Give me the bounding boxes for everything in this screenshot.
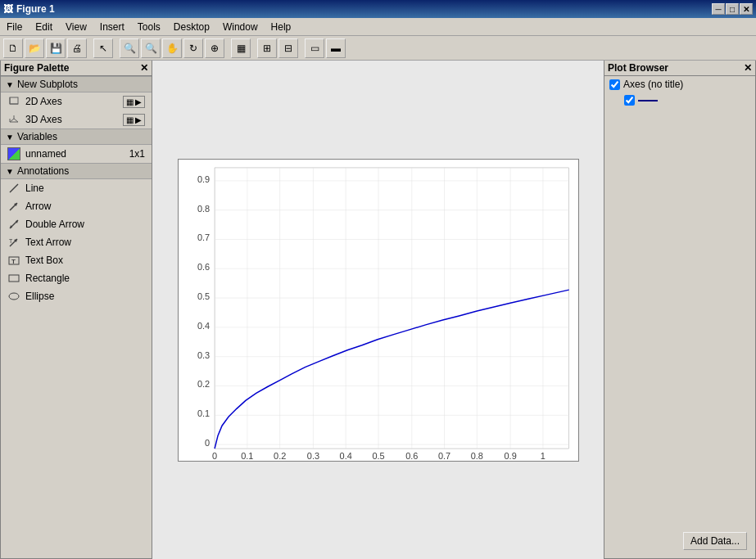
menu-insert[interactable]: Insert	[97, 20, 128, 34]
line-checkbox[interactable]	[624, 95, 635, 106]
line-icon	[7, 182, 20, 195]
variable-unnamed: unnamed 1x1	[1, 145, 152, 163]
text-arrow-item[interactable]: T Text Arrow	[1, 233, 152, 251]
2d-axes-item[interactable]: 2D Axes ▦ ▶	[1, 92, 152, 110]
svg-text:0.1: 0.1	[197, 408, 209, 418]
2d-axes-svg	[8, 96, 20, 107]
plot-browser-close-button[interactable]: ✕	[744, 62, 752, 74]
text-box-icon: T	[7, 254, 20, 267]
tight-layout-button[interactable]: ▭	[305, 38, 324, 58]
svg-text:0.5: 0.5	[197, 291, 209, 301]
arrow-annotation-icon	[7, 200, 20, 213]
new-figure-button[interactable]: 🗋	[3, 38, 23, 58]
titlebar-controls: ─ □ ✕	[712, 3, 753, 15]
svg-rect-41	[215, 167, 569, 448]
svg-text:0.7: 0.7	[197, 232, 209, 242]
ellipse-label: Ellipse	[25, 291, 54, 302]
arrow-label: Arrow	[25, 201, 51, 212]
plot-browser: Plot Browser ✕ Axes (no title) Add Data.…	[604, 61, 756, 559]
plot-canvas[interactable]: 0 0.1 0.2 0.3 0.4 0.5 0.6 0.7 0.8 0.9 0 …	[178, 159, 579, 462]
svg-text:T: T	[11, 258, 16, 265]
titlebar-left: 🖼 Figure 1	[3, 3, 55, 15]
2d-axes-grid-button[interactable]: ▦ ▶	[123, 96, 145, 108]
2d-axes-icon	[7, 95, 20, 108]
menu-view[interactable]: View	[62, 20, 90, 34]
svg-rect-17	[9, 275, 19, 282]
arrow-item[interactable]: Arrow	[1, 197, 152, 215]
svg-text:0.6: 0.6	[197, 262, 209, 272]
new-subplots-section[interactable]: ▼ New Subplots	[1, 76, 152, 92]
axes-checkbox[interactable]	[609, 79, 620, 90]
svg-line-6	[10, 184, 18, 192]
data-cursor-button[interactable]: ⊕	[205, 38, 224, 58]
annotations-section[interactable]: ▼ Annotations	[1, 163, 152, 179]
double-arrow-label: Double Arrow	[25, 219, 84, 230]
menu-edit[interactable]: Edit	[32, 20, 56, 34]
svg-point-18	[9, 293, 19, 300]
rectangle-item[interactable]: Rectangle	[1, 269, 152, 287]
new-subplots-label: New Subplots	[17, 79, 78, 90]
ellipse-item[interactable]: Ellipse	[1, 287, 152, 305]
menu-help[interactable]: Help	[268, 20, 295, 34]
palette-title: Figure Palette	[4, 62, 69, 74]
variables-section[interactable]: ▼ Variables	[1, 128, 152, 145]
rotate-button[interactable]: ↻	[183, 38, 203, 58]
add-data-button[interactable]: Add Data...	[683, 532, 747, 550]
svg-rect-0	[10, 97, 18, 104]
svg-text:0.8: 0.8	[470, 451, 482, 461]
variable-name: unnamed	[25, 148, 66, 160]
palette-header: Figure Palette ✕	[1, 61, 152, 76]
menu-file[interactable]: File	[3, 20, 25, 34]
palette-close-button[interactable]: ✕	[140, 62, 148, 74]
new-subplots-arrow-icon: ▼	[6, 80, 14, 89]
2d-axes-label: 2D Axes	[25, 96, 62, 107]
main-container: Figure Palette ✕ ▼ New Subplots	[0, 61, 756, 559]
print-button[interactable]: 🖨	[67, 38, 87, 58]
svg-text:0.3: 0.3	[197, 349, 209, 359]
svg-text:0.5: 0.5	[372, 451, 384, 461]
menu-desktop[interactable]: Desktop	[170, 20, 213, 34]
grid-button[interactable]: ⊞	[257, 38, 277, 58]
rectangle-icon	[7, 272, 20, 285]
svg-text:0.2: 0.2	[274, 451, 286, 461]
svg-text:0.6: 0.6	[405, 451, 418, 461]
svg-text:T: T	[9, 238, 13, 244]
insert-colorbar-button[interactable]: ▦	[231, 38, 251, 58]
3d-axes-label: 3D Axes	[25, 114, 62, 125]
subplot-button[interactable]: ⊟	[278, 38, 298, 58]
3d-axes-item[interactable]: 3D Axes ▦ ▶	[1, 110, 152, 128]
close-button[interactable]: ✕	[740, 3, 753, 15]
pan-button[interactable]: ✋	[162, 38, 182, 58]
zoom-out-button[interactable]: 🔍	[141, 38, 161, 58]
titlebar-title: Figure 1	[16, 3, 55, 15]
annotations-arrow-icon: ▼	[6, 167, 14, 176]
zoom-in-button[interactable]: 🔍	[120, 38, 139, 58]
svg-text:0: 0	[212, 451, 217, 461]
3d-axes-grid-button[interactable]: ▦ ▶	[123, 114, 145, 126]
maximize-button[interactable]: □	[726, 3, 739, 15]
svg-text:0.4: 0.4	[339, 451, 351, 461]
svg-text:0.4: 0.4	[197, 320, 209, 330]
rectangle-label: Rectangle	[25, 273, 70, 284]
svg-text:0.1: 0.1	[241, 451, 253, 461]
toolbar: 🗋 📂 💾 🖨 ↖ 🔍 🔍 ✋ ↻ ⊕ ▦ ⊞ ⊟ ▭ ▬	[0, 36, 756, 61]
minimize-button[interactable]: ─	[712, 3, 725, 15]
save-button[interactable]: 💾	[46, 38, 66, 58]
figure-palette: Figure Palette ✕ ▼ New Subplots	[0, 61, 152, 559]
svg-text:0.2: 0.2	[197, 379, 209, 389]
plot-browser-title: Plot Browser	[608, 62, 668, 74]
variable-size: 1x1	[129, 148, 145, 160]
line-preview	[638, 100, 658, 101]
menu-window[interactable]: Window	[220, 20, 261, 34]
text-box-label: Text Box	[25, 255, 63, 266]
select-button[interactable]: ↖	[93, 38, 113, 58]
line-item[interactable]: Line	[1, 179, 152, 197]
variables-arrow-icon: ▼	[6, 133, 14, 142]
double-arrow-item[interactable]: Double Arrow	[1, 215, 152, 233]
svg-text:0.8: 0.8	[197, 203, 209, 213]
open-button[interactable]: 📂	[25, 38, 44, 58]
menu-tools[interactable]: Tools	[134, 20, 164, 34]
options-button[interactable]: ▬	[326, 38, 346, 58]
ellipse-icon	[7, 290, 20, 303]
text-box-item[interactable]: T Text Box	[1, 251, 152, 269]
